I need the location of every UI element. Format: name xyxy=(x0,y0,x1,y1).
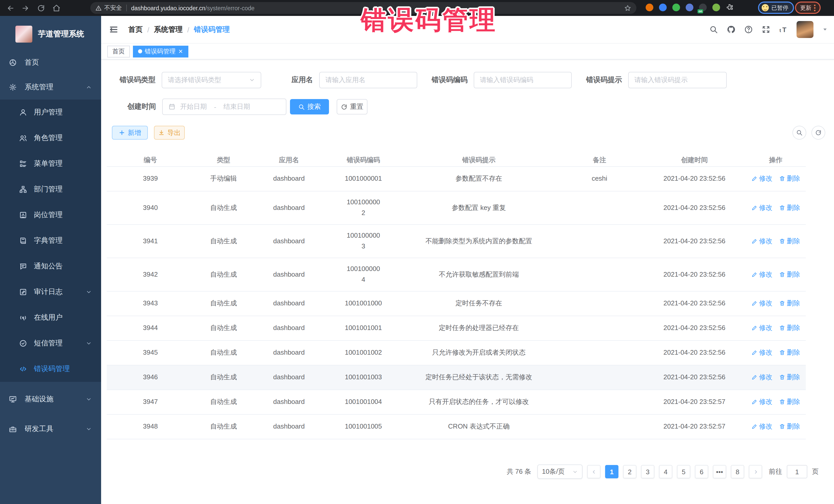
page-button-1[interactable]: 1 xyxy=(605,465,618,478)
next-page-button[interactable] xyxy=(749,465,762,478)
error-code-input[interactable]: 请输入错误码编码 xyxy=(474,72,572,88)
main-content: 错误码类型 请选择错误码类型 应用名 请输入应用名 错误码编码 请输入错误码编码… xyxy=(101,60,834,504)
sidebar-item-用户管理[interactable]: 用户管理 xyxy=(0,100,101,125)
help-icon[interactable] xyxy=(744,25,753,34)
tab-首页[interactable]: 首页 xyxy=(107,45,130,57)
edit-icon xyxy=(751,374,758,380)
monitor-icon xyxy=(9,395,17,403)
cell-type: 自动生成 xyxy=(194,348,253,358)
sidebar-item-部门管理[interactable]: 部门管理 xyxy=(0,177,101,202)
filter-app-name: 应用名 请输入应用名 xyxy=(291,72,417,88)
delete-link[interactable]: 删除 xyxy=(779,269,800,280)
sidebar-item-错误码管理[interactable]: 错误码管理 xyxy=(0,356,101,382)
tab-错误码管理[interactable]: 错误码管理 xyxy=(133,45,188,57)
update-button[interactable]: 更新 xyxy=(795,2,821,14)
home-icon[interactable] xyxy=(52,4,61,12)
page-button-6[interactable]: 6 xyxy=(695,465,708,478)
sidebar-item-字典管理[interactable]: 字典管理 xyxy=(0,228,101,254)
sidebar-item-系统管理[interactable]: 系统管理 xyxy=(0,75,101,100)
page-button-8[interactable]: 8 xyxy=(731,465,744,478)
add-button[interactable]: 新增 xyxy=(112,126,148,139)
paused-extension-pill[interactable]: 已暂停 xyxy=(758,2,794,14)
close-icon[interactable] xyxy=(178,49,183,54)
cell-code: 100100000 3 xyxy=(325,231,402,252)
delete-link[interactable]: 删除 xyxy=(779,372,800,383)
extension-gem-icon[interactable] xyxy=(659,4,667,11)
sidebar-item-短信管理[interactable]: 短信管理 xyxy=(0,330,101,356)
fullscreen-icon[interactable] xyxy=(762,25,770,34)
edit-link[interactable]: 修改 xyxy=(751,372,772,383)
edit-link[interactable]: 修改 xyxy=(751,269,772,280)
delete-link[interactable]: 删除 xyxy=(779,323,800,334)
error-hint-input[interactable]: 请输入错误码提示 xyxy=(628,72,727,88)
edit-link[interactable]: 修改 xyxy=(751,236,772,247)
extension-key-icon[interactable] xyxy=(712,4,720,11)
page-button-2[interactable]: 2 xyxy=(623,465,636,478)
pager-ellipsis[interactable]: ••• xyxy=(713,465,726,478)
font-size-icon[interactable]: tT xyxy=(779,25,788,34)
page-size-select[interactable]: 10条/页 xyxy=(537,464,583,479)
extension-row: on xyxy=(646,4,733,11)
extension-grid-icon[interactable] xyxy=(686,4,694,11)
page-button-4[interactable]: 4 xyxy=(659,465,672,478)
sidebar-item-角色管理[interactable]: 角色管理 xyxy=(0,125,101,151)
page-button-3[interactable]: 3 xyxy=(641,465,654,478)
trash-icon xyxy=(779,238,785,244)
page-button-5[interactable]: 5 xyxy=(677,465,690,478)
error-type-select[interactable]: 请选择错误码类型 xyxy=(162,72,261,88)
edit-link[interactable]: 修改 xyxy=(751,174,772,184)
sidebar-item-研发工具[interactable]: 研发工具 xyxy=(0,417,101,441)
edit-link[interactable]: 修改 xyxy=(751,421,772,432)
extension-switch-icon[interactable]: on xyxy=(699,4,707,11)
reload-icon[interactable] xyxy=(37,4,45,12)
edit-link[interactable]: 修改 xyxy=(751,348,772,358)
extension-orange-icon[interactable] xyxy=(646,4,653,11)
sidebar-item-审计日志[interactable]: 审计日志 xyxy=(0,279,101,305)
reset-button[interactable]: 重置 xyxy=(337,99,368,114)
toggle-search-button[interactable] xyxy=(792,126,806,139)
delete-link[interactable]: 删除 xyxy=(779,298,800,309)
delete-link[interactable]: 删除 xyxy=(779,174,800,184)
edit-link[interactable]: 修改 xyxy=(751,323,772,334)
delete-link[interactable]: 删除 xyxy=(779,348,800,358)
extension-vue-devtools-icon[interactable] xyxy=(672,4,680,11)
bookmark-star-icon[interactable] xyxy=(624,4,631,12)
sidebar-item-岗位管理[interactable]: 岗位管理 xyxy=(0,202,101,228)
extensions-puzzle-icon[interactable] xyxy=(726,4,733,11)
user-avatar[interactable] xyxy=(796,21,813,38)
goto-page-input[interactable]: 1 xyxy=(787,465,807,478)
sidebar-item-首页[interactable]: 首页 xyxy=(0,50,101,75)
sidebar-item-菜单管理[interactable]: 菜单管理 xyxy=(0,151,101,177)
delete-link[interactable]: 删除 xyxy=(779,397,800,408)
book-icon xyxy=(19,237,27,245)
breadcrumb-item[interactable]: 系统管理 xyxy=(154,25,183,34)
hamburger-icon[interactable] xyxy=(109,25,118,35)
edit-link[interactable]: 修改 xyxy=(751,298,772,309)
back-icon[interactable] xyxy=(6,4,14,12)
breadcrumb-item[interactable]: 首页 xyxy=(128,25,143,34)
pagination: 共 76 条10条/页123456•••8前往1页 xyxy=(507,464,819,479)
github-icon[interactable] xyxy=(727,25,736,34)
refresh-table-button[interactable] xyxy=(811,126,825,139)
delete-link[interactable]: 删除 xyxy=(779,421,800,432)
date-range-input[interactable]: 开始日期 - 结束日期 xyxy=(162,98,286,115)
breadcrumb-item[interactable]: 错误码管理 xyxy=(194,25,230,34)
delete-link[interactable]: 删除 xyxy=(779,202,800,213)
delete-link[interactable]: 删除 xyxy=(779,236,800,247)
search-button[interactable]: 搜索 xyxy=(290,99,329,114)
search-icon[interactable] xyxy=(709,25,718,34)
sidebar-logo[interactable]: 芋道管理系统 xyxy=(0,16,101,46)
edit-link[interactable]: 修改 xyxy=(751,397,772,408)
forward-icon[interactable] xyxy=(22,4,30,12)
export-button[interactable]: 导出 xyxy=(154,126,185,139)
app-name-input[interactable]: 请输入应用名 xyxy=(319,72,417,88)
sidebar-item-在线用户[interactable]: 在线用户 xyxy=(0,305,101,330)
table-row: 3945自动生成dashboard1001001002只允许修改为开启或者关闭状… xyxy=(107,341,806,366)
caret-down-icon[interactable] xyxy=(822,27,828,32)
sidebar-item-基础设施[interactable]: 基础设施 xyxy=(0,387,101,412)
edit-link[interactable]: 修改 xyxy=(751,202,772,213)
cell-type: 自动生成 xyxy=(194,397,253,408)
sidebar-item-通知公告[interactable]: 通知公告 xyxy=(0,254,101,279)
prev-page-button[interactable] xyxy=(587,465,600,478)
kebab-menu-icon[interactable] xyxy=(814,4,815,11)
